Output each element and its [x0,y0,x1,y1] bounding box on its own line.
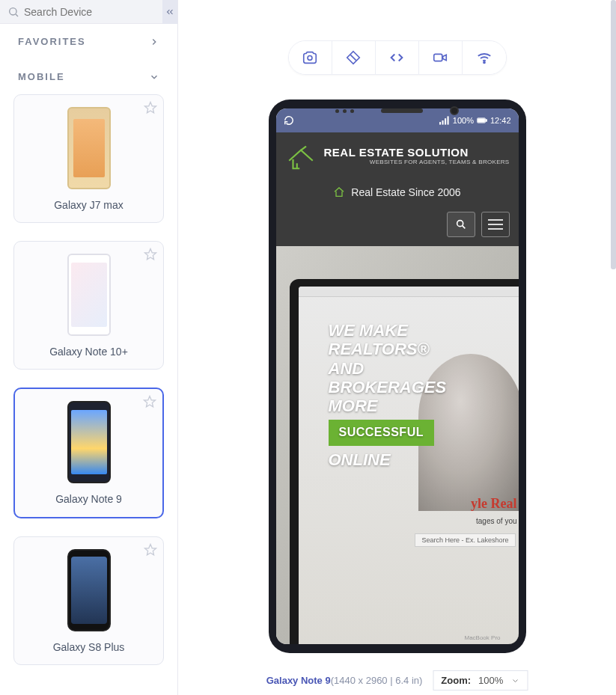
rotate-icon [345,49,362,66]
svg-marker-4 [144,397,156,407]
hero-line: ONLINE [329,450,447,469]
site-header: REAL ESTATE SOLUTION WEBSITES FOR AGENTS… [276,132,519,246]
phone-sensors [269,99,526,122]
devtools-button[interactable] [376,41,419,74]
hamburger-line [488,219,503,221]
svg-line-1 [16,14,18,16]
phone-frame: 100% 12:42 REAL ESTATE SOLUTION WEBSITES… [269,99,526,653]
hero-line: MORE [329,397,447,415]
site-search-button[interactable] [447,212,475,237]
device-thumbnail [67,401,111,483]
svg-marker-2 [145,102,156,113]
hero-line: AND [329,359,447,378]
svg-line-18 [462,226,465,229]
device-card[interactable]: Galaxy S8 Plus [13,536,164,665]
svg-point-9 [484,62,485,64]
svg-marker-5 [145,544,156,554]
tagline-text: Real Estate Since 2006 [351,186,460,198]
favorites-label: FAVORITES [18,36,86,47]
device-toolbar [288,40,507,75]
device-card[interactable]: Galaxy J7 max [13,94,164,223]
main-area: 100% 12:42 REAL ESTATE SOLUTION WEBSITES… [178,0,616,695]
mobile-section-header[interactable]: MOBILE [0,59,177,94]
svg-point-6 [308,56,312,61]
svg-rect-10 [439,122,441,125]
device-name-label: Galaxy Note 9 [55,492,122,506]
svg-point-0 [10,7,16,14]
sidebar: FAVORITES MOBILE Galaxy J7 max Galaxy No… [0,0,178,695]
device-thumbnail [67,254,111,336]
chevron-double-left-icon [165,7,175,17]
favorites-section-header[interactable]: FAVORITES [0,24,177,59]
device-thumbnail [67,107,111,189]
device-card[interactable]: Galaxy Note 10+ [13,241,164,370]
favorite-star-icon[interactable] [143,395,156,408]
collapse-sidebar-button[interactable] [162,0,177,24]
chevron-down-icon [149,72,159,82]
chevron-right-icon [149,37,159,47]
footer-device-dims: (1440 x 2960 | 6.4 in) [331,675,423,686]
side-brand-text: yle Real [471,496,516,512]
zoom-selector[interactable]: Zoom: 100% [433,670,528,691]
favorite-star-icon[interactable] [144,543,157,557]
hero-line: BROKERAGES [329,378,447,397]
search-hint-field: Search Here - Ex. Lakeshore [415,533,515,547]
brand-title: REAL ESTATE SOLUTION [324,146,510,159]
video-icon [432,49,448,66]
header-controls [285,212,510,237]
search-row [0,0,177,24]
rotate-button[interactable] [332,41,376,74]
home-icon [333,186,345,198]
screenshot-button[interactable] [289,41,332,74]
device-name-label: Galaxy S8 Plus [53,640,125,654]
video-button[interactable] [419,41,463,74]
side-sub-text: tages of you [476,517,516,525]
zoom-label: Zoom: [441,675,471,686]
hero-badge: SUCCESSFUL [329,420,434,445]
footer-info: Galaxy Note 9(1440 x 2960 | 6.4 in) Zoom… [178,670,616,691]
wifi-button[interactable] [463,41,506,74]
tagline-row: Real Estate Since 2006 [285,186,510,198]
zoom-value: 100% [478,675,503,686]
favorite-star-icon[interactable] [144,101,157,114]
hero-section: yle Real tages of you Search Here - Ex. … [276,246,519,644]
search-icon [7,6,19,18]
search-box[interactable] [0,0,162,23]
device-name-label: Galaxy J7 max [54,198,123,212]
device-name-label: Galaxy Note 10+ [49,345,128,358]
search-input[interactable] [24,6,155,18]
chevron-down-icon [510,676,519,685]
logo-row: REAL ESTATE SOLUTION WEBSITES FOR AGENTS… [285,146,510,173]
device-card[interactable]: Galaxy Note 9 [13,388,164,518]
svg-marker-3 [145,249,156,260]
hero-line: WE MAKE [329,321,447,340]
svg-marker-8 [443,55,447,60]
mobile-label: MOBILE [18,71,65,82]
hero-line: REALTORS® [329,340,447,358]
brand-subtitle: WEBSITES FOR AGENTS, TEAMS & BROKERS [324,159,510,165]
svg-rect-7 [434,54,442,61]
device-list[interactable]: Galaxy J7 max Galaxy Note 10+ Galaxy Not… [0,94,177,695]
camera-icon [302,49,318,66]
code-icon [388,49,405,66]
hamburger-line [488,224,503,225]
hamburger-line [488,228,503,230]
magnify-icon [455,218,467,230]
laptop-label: MacBook Pro [464,634,500,641]
svg-point-17 [457,221,463,227]
device-thumbnail [67,549,111,631]
house-logo-icon [285,146,317,173]
hero-text: WE MAKE REALTORS® AND BROKERAGES MORE SU… [329,321,447,469]
hamburger-menu-button[interactable] [481,212,510,237]
favorite-star-icon[interactable] [144,248,157,261]
scrollbar[interactable] [611,0,616,695]
footer-device-name: Galaxy Note 9 [266,675,331,686]
wifi-icon [476,49,493,66]
phone-screen[interactable]: 100% 12:42 REAL ESTATE SOLUTION WEBSITES… [276,108,519,644]
